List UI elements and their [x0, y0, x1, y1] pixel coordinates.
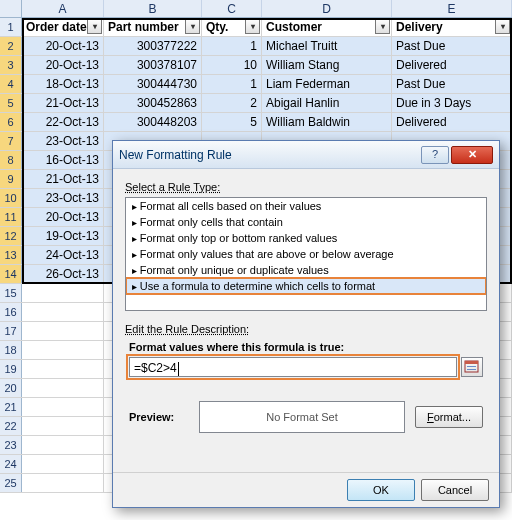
- rule-type-item[interactable]: Use a formula to determine which cells t…: [126, 278, 486, 294]
- cell[interactable]: 19-Oct-13: [22, 227, 104, 245]
- cell[interactable]: 300448203: [104, 113, 202, 131]
- cell[interactable]: Part number▾: [104, 18, 202, 36]
- cell[interactable]: 20-Oct-13: [22, 37, 104, 55]
- row-label[interactable]: 14: [0, 265, 22, 283]
- row-label[interactable]: 6: [0, 113, 22, 131]
- dialog-titlebar[interactable]: New Formatting Rule ? ✕: [113, 141, 499, 169]
- cell[interactable]: 22-Oct-13: [22, 113, 104, 131]
- filter-dropdown-icon[interactable]: ▾: [87, 19, 102, 34]
- cell[interactable]: 23-Oct-13: [22, 189, 104, 207]
- cell[interactable]: 300452863: [104, 94, 202, 112]
- cell[interactable]: 23-Oct-13: [22, 132, 104, 150]
- row-label[interactable]: 19: [0, 360, 22, 378]
- cell[interactable]: 21-Oct-13: [22, 94, 104, 112]
- ok-button[interactable]: OK: [347, 479, 415, 501]
- row-label[interactable]: 13: [0, 246, 22, 264]
- filter-dropdown-icon[interactable]: ▾: [495, 19, 510, 34]
- cell[interactable]: [22, 284, 104, 302]
- cell[interactable]: 16-Oct-13: [22, 151, 104, 169]
- cell[interactable]: 26-Oct-13: [22, 265, 104, 283]
- column-header-c[interactable]: C: [202, 0, 262, 17]
- cancel-button[interactable]: Cancel: [421, 479, 489, 501]
- cell[interactable]: Due in 3 Days: [392, 94, 512, 112]
- cell[interactable]: 20-Oct-13: [22, 208, 104, 226]
- row-label[interactable]: 16: [0, 303, 22, 321]
- cell[interactable]: 20-Oct-13: [22, 56, 104, 74]
- cell[interactable]: Past Due: [392, 37, 512, 55]
- help-button[interactable]: ?: [421, 146, 449, 164]
- cell[interactable]: 5: [202, 113, 262, 131]
- cell[interactable]: Customer▾: [262, 18, 392, 36]
- cell[interactable]: 24-Oct-13: [22, 246, 104, 264]
- row-label[interactable]: 20: [0, 379, 22, 397]
- row-label[interactable]: 23: [0, 436, 22, 454]
- cell[interactable]: [22, 360, 104, 378]
- cell[interactable]: 1: [202, 37, 262, 55]
- rule-type-item[interactable]: Format only top or bottom ranked values: [126, 230, 486, 246]
- cell[interactable]: Michael Truitt: [262, 37, 392, 55]
- column-header-e[interactable]: E: [392, 0, 512, 17]
- cell[interactable]: Order date▾: [22, 18, 104, 36]
- rule-type-item[interactable]: Format only unique or duplicate values: [126, 262, 486, 278]
- cell[interactable]: William Baldwin: [262, 113, 392, 131]
- row-label[interactable]: 1: [0, 18, 22, 36]
- row-label[interactable]: 9: [0, 170, 22, 188]
- row-label[interactable]: 17: [0, 322, 22, 340]
- cell[interactable]: 300444730: [104, 75, 202, 93]
- row-label[interactable]: 3: [0, 56, 22, 74]
- formula-input[interactable]: =$C2>4: [129, 357, 457, 377]
- row-label[interactable]: 22: [0, 417, 22, 435]
- column-header-a[interactable]: A: [22, 0, 104, 17]
- cell[interactable]: [22, 455, 104, 473]
- cell[interactable]: Qty.▾: [202, 18, 262, 36]
- cell[interactable]: Liam Federman: [262, 75, 392, 93]
- cell[interactable]: 10: [202, 56, 262, 74]
- cell[interactable]: [22, 436, 104, 454]
- cell[interactable]: 1: [202, 75, 262, 93]
- cell[interactable]: 300378107: [104, 56, 202, 74]
- cell[interactable]: 18-Oct-13: [22, 75, 104, 93]
- rule-type-list[interactable]: Format all cells based on their valuesFo…: [125, 197, 487, 311]
- cell[interactable]: Delivered: [392, 56, 512, 74]
- row-label[interactable]: 12: [0, 227, 22, 245]
- rule-type-item[interactable]: Format only cells that contain: [126, 214, 486, 230]
- close-button[interactable]: ✕: [451, 146, 493, 164]
- row-label[interactable]: 24: [0, 455, 22, 473]
- cell[interactable]: 2: [202, 94, 262, 112]
- row-label[interactable]: 2: [0, 37, 22, 55]
- cell[interactable]: Delivered: [392, 113, 512, 131]
- filter-dropdown-icon[interactable]: ▾: [245, 19, 260, 34]
- row-label[interactable]: 8: [0, 151, 22, 169]
- cell[interactable]: Delivery▾: [392, 18, 512, 36]
- range-selector-button[interactable]: [461, 357, 483, 377]
- column-header-b[interactable]: B: [104, 0, 202, 17]
- cell[interactable]: William Stang: [262, 56, 392, 74]
- cell[interactable]: 300377222: [104, 37, 202, 55]
- row-label[interactable]: 15: [0, 284, 22, 302]
- rule-type-item[interactable]: Format only values that are above or bel…: [126, 246, 486, 262]
- rule-type-item[interactable]: Format all cells based on their values: [126, 198, 486, 214]
- row-label[interactable]: 11: [0, 208, 22, 226]
- row-label[interactable]: 25: [0, 474, 22, 492]
- cell[interactable]: Abigail Hanlin: [262, 94, 392, 112]
- cell[interactable]: [22, 398, 104, 416]
- cell[interactable]: 21-Oct-13: [22, 170, 104, 188]
- row-label[interactable]: 18: [0, 341, 22, 359]
- cell[interactable]: [22, 303, 104, 321]
- cell[interactable]: [22, 322, 104, 340]
- row-label[interactable]: 10: [0, 189, 22, 207]
- row-label[interactable]: 21: [0, 398, 22, 416]
- column-header-d[interactable]: D: [262, 0, 392, 17]
- cell[interactable]: Past Due: [392, 75, 512, 93]
- cell[interactable]: [22, 474, 104, 492]
- format-button[interactable]: Format...: [415, 406, 483, 428]
- filter-dropdown-icon[interactable]: ▾: [185, 19, 200, 34]
- cell[interactable]: [22, 341, 104, 359]
- cell[interactable]: [22, 379, 104, 397]
- filter-dropdown-icon[interactable]: ▾: [375, 19, 390, 34]
- row-label[interactable]: 7: [0, 132, 22, 150]
- cell[interactable]: [22, 417, 104, 435]
- row-label[interactable]: 5: [0, 94, 22, 112]
- row-label[interactable]: 4: [0, 75, 22, 93]
- select-all-corner[interactable]: [0, 0, 22, 17]
